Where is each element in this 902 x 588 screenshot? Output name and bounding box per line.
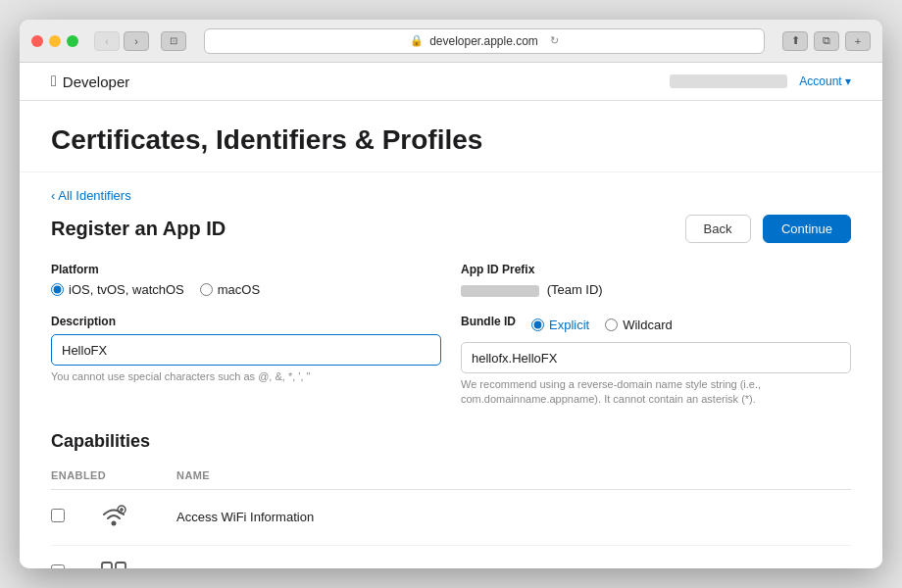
description-hint: You cannot use special characters such a… bbox=[51, 369, 441, 384]
form-grid: Platform iOS, tvOS, watchOS macOS bbox=[51, 263, 851, 408]
explicit-label: Explicit bbox=[549, 318, 589, 332]
capability-appgroups-row: App Groups bbox=[51, 546, 851, 568]
explicit-option[interactable]: Explicit bbox=[531, 318, 589, 332]
description-label: Description bbox=[51, 315, 441, 328]
apple-logo-icon:  bbox=[51, 73, 57, 90]
back-nav-button[interactable]: ‹ bbox=[94, 31, 120, 51]
url-text: developer.apple.com bbox=[429, 34, 538, 48]
capabilities-table-header: ENABLED NAME bbox=[51, 466, 851, 490]
nav-buttons: ‹ › bbox=[94, 31, 149, 51]
page-content:  Developer Account ▾ Certificates, Iden… bbox=[20, 63, 882, 568]
platform-macos-label: macOS bbox=[218, 282, 260, 297]
traffic-lights bbox=[31, 35, 78, 47]
wifi-checkbox[interactable] bbox=[51, 509, 65, 522]
toolbar-right: ⬆ ⧉ + bbox=[782, 31, 871, 51]
svg-point-0 bbox=[112, 520, 117, 525]
wifi-icon bbox=[98, 502, 129, 529]
action-buttons: Back Continue bbox=[685, 215, 851, 243]
explicit-radio[interactable] bbox=[531, 318, 544, 331]
wifi-icon-container bbox=[98, 502, 176, 533]
breadcrumb-link[interactable]: All Identifiers bbox=[51, 188, 851, 203]
bundle-id-type-row: Bundle ID Explicit Wildcard bbox=[461, 315, 851, 334]
account-link[interactable]: Account ▾ bbox=[799, 74, 851, 88]
address-bar[interactable]: 🔒 developer.apple.com ↻ bbox=[204, 28, 765, 54]
capability-wifi-row: Access WiFi Information bbox=[51, 490, 851, 546]
forward-nav-button[interactable]: › bbox=[124, 31, 149, 51]
wifi-name: Access WiFi Information bbox=[176, 510, 851, 524]
site-navbar:  Developer Account ▾ bbox=[20, 63, 882, 101]
platform-ios-radio[interactable] bbox=[51, 283, 64, 296]
app-id-prefix-field: App ID Prefix (Team ID) bbox=[461, 263, 851, 297]
page-header: Certificates, Identifiers & Profiles bbox=[20, 101, 882, 172]
page-body: All Identifiers Register an App ID Back … bbox=[20, 172, 882, 568]
description-field: Description You cannot use special chara… bbox=[51, 315, 441, 384]
right-column: App ID Prefix (Team ID) Bundle ID Ex bbox=[461, 263, 851, 408]
platform-macos-option[interactable]: macOS bbox=[200, 282, 260, 297]
brand-label: Developer bbox=[63, 74, 129, 90]
page-title: Certificates, Identifiers & Profiles bbox=[51, 124, 851, 156]
platform-ios-label: iOS, tvOS, watchOS bbox=[69, 282, 184, 297]
description-input[interactable] bbox=[51, 334, 441, 366]
bundle-id-label: Bundle ID bbox=[461, 315, 516, 328]
section-header: Register an App ID Back Continue bbox=[51, 215, 851, 243]
svg-rect-5 bbox=[116, 563, 125, 568]
left-column: Platform iOS, tvOS, watchOS macOS bbox=[51, 263, 441, 408]
user-info-blurred bbox=[670, 74, 787, 88]
col-name-header2: NAME bbox=[176, 469, 851, 481]
bundle-id-input[interactable] bbox=[461, 342, 851, 373]
bundle-id-field: Bundle ID Explicit Wildcard We recom bbox=[461, 315, 851, 408]
wildcard-label: Wildcard bbox=[623, 318, 673, 332]
wildcard-option[interactable]: Wildcard bbox=[605, 318, 673, 332]
col-enabled-header: ENABLED bbox=[51, 469, 98, 481]
app-id-prefix-value: (Team ID) bbox=[461, 282, 851, 297]
bundle-id-hint: We recommend using a reverse-domain name… bbox=[461, 377, 851, 408]
svg-rect-4 bbox=[102, 563, 112, 568]
titlebar: ‹ › ⊡ 🔒 developer.apple.com ↻ ⬆ ⧉ + bbox=[20, 20, 882, 63]
team-id-suffix: (Team ID) bbox=[547, 282, 603, 297]
minimize-button[interactable] bbox=[49, 35, 61, 47]
section-title: Register an App ID bbox=[51, 218, 226, 240]
new-tab-button[interactable]: ⧉ bbox=[814, 31, 839, 51]
platform-radio-group: iOS, tvOS, watchOS macOS bbox=[51, 282, 441, 297]
reader-button[interactable]: ⊡ bbox=[161, 31, 186, 51]
share-button[interactable]: ⬆ bbox=[782, 31, 808, 51]
maximize-button[interactable] bbox=[67, 35, 78, 47]
platform-field: Platform iOS, tvOS, watchOS macOS bbox=[51, 263, 441, 297]
capabilities-title: Capabilities bbox=[51, 431, 851, 452]
appgroups-icon bbox=[98, 558, 129, 568]
add-button[interactable]: + bbox=[845, 31, 871, 51]
platform-macos-radio[interactable] bbox=[200, 283, 213, 296]
capabilities-section: Capabilities ENABLED NAME bbox=[51, 431, 851, 568]
lock-icon: 🔒 bbox=[410, 34, 424, 47]
refresh-button[interactable]: ↻ bbox=[550, 34, 559, 47]
platform-label: Platform bbox=[51, 263, 441, 276]
appgroups-name: App Groups bbox=[176, 565, 851, 568]
user-nav: Account ▾ bbox=[670, 74, 851, 88]
appgroups-icon-container bbox=[98, 558, 176, 568]
col-name-header bbox=[98, 469, 176, 481]
back-button[interactable]: Back bbox=[685, 215, 751, 243]
wildcard-radio[interactable] bbox=[605, 318, 618, 331]
appgroups-checkbox[interactable] bbox=[51, 564, 65, 568]
close-button[interactable] bbox=[31, 35, 43, 47]
app-id-prefix-label: App ID Prefix bbox=[461, 263, 851, 276]
continue-button[interactable]: Continue bbox=[763, 215, 851, 243]
browser-window: ‹ › ⊡ 🔒 developer.apple.com ↻ ⬆ ⧉ +  De… bbox=[20, 20, 882, 568]
team-id-blurred bbox=[461, 285, 539, 297]
platform-ios-option[interactable]: iOS, tvOS, watchOS bbox=[51, 282, 184, 297]
